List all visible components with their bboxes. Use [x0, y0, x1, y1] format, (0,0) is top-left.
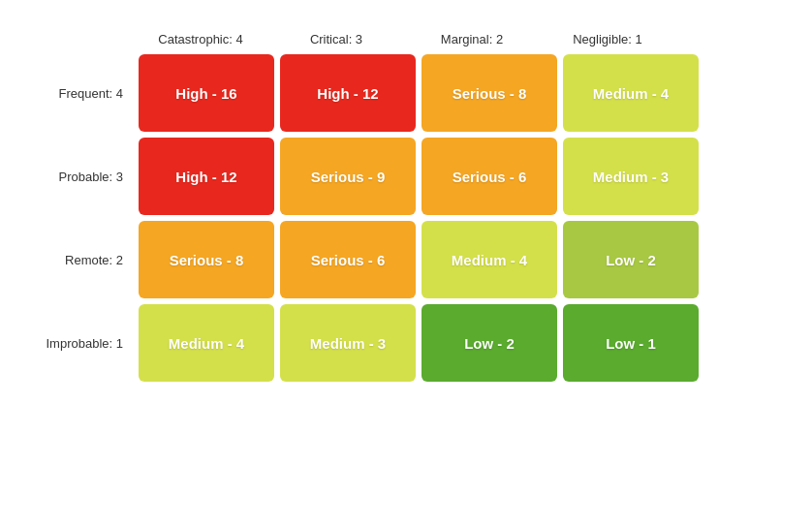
cell-3-2: Low - 2: [422, 304, 557, 382]
cell-2-3: Low - 2: [563, 221, 699, 298]
cell-2-1: Serious - 6: [280, 221, 416, 298]
grid-area: Catastrophic: 4Critical: 3Marginal: 2Neg…: [36, 32, 784, 382]
chart-container: Catastrophic: 4Critical: 3Marginal: 2Neg…: [28, 16, 784, 511]
cell-3-1: Medium - 3: [280, 304, 416, 382]
row-label-2: Remote: 2: [36, 253, 133, 267]
cell-3-0: Medium - 4: [139, 304, 274, 382]
cell-2-2: Medium - 4: [422, 221, 557, 298]
cell-0-2: Serious - 8: [422, 54, 557, 132]
row-label-1: Probable: 3: [36, 170, 133, 184]
cell-0-3: Medium - 4: [563, 54, 699, 132]
cell-1-2: Serious - 6: [422, 138, 557, 215]
grid-row-2: Remote: 2Serious - 8Serious - 6Medium - …: [36, 221, 784, 298]
col-header-0: Catastrophic: 4: [133, 32, 268, 54]
cell-1-1: Serious - 9: [280, 138, 416, 215]
grid-rows: Frequent: 4High - 16High - 12Serious - 8…: [36, 54, 784, 382]
cell-3-3: Low - 1: [563, 304, 699, 382]
col-headers: Catastrophic: 4Critical: 3Marginal: 2Neg…: [133, 32, 784, 54]
cell-1-0: High - 12: [139, 138, 274, 215]
cell-1-3: Medium - 3: [563, 138, 699, 215]
col-header-1: Critical: 3: [268, 32, 404, 54]
chart-body: Catastrophic: 4Critical: 3Marginal: 2Neg…: [28, 32, 784, 382]
grid-row-1: Probable: 3High - 12Serious - 9Serious -…: [36, 138, 784, 215]
row-label-3: Improbable: 1: [36, 336, 133, 351]
cell-0-1: High - 12: [280, 54, 416, 132]
grid-row-3: Improbable: 1Medium - 4Medium - 3Low - 2…: [36, 304, 784, 382]
col-header-2: Marginal: 2: [404, 32, 540, 54]
cell-2-0: Serious - 8: [139, 221, 274, 298]
col-header-3: Negligible: 1: [540, 32, 675, 54]
cell-0-0: High - 16: [139, 54, 274, 132]
grid-row-0: Frequent: 4High - 16High - 12Serious - 8…: [36, 54, 784, 132]
row-label-0: Frequent: 4: [36, 86, 133, 101]
